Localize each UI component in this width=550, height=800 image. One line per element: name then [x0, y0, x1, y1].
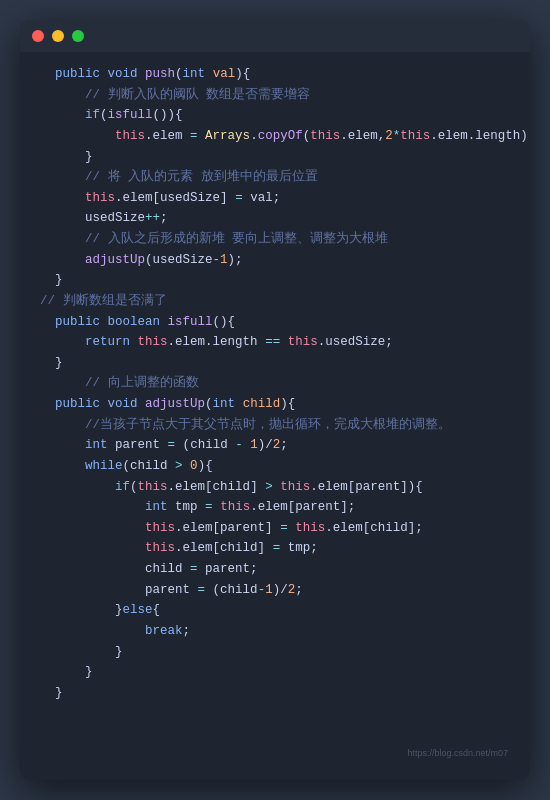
watermark: https://blog.csdn.net/m07 — [407, 748, 508, 758]
maximize-button[interactable] — [72, 30, 84, 42]
titlebar — [20, 20, 530, 52]
minimize-button[interactable] — [52, 30, 64, 42]
code-editor-window: public void push(int val){ // 判断入队的阈队 数组… — [20, 20, 530, 780]
close-button[interactable] — [32, 30, 44, 42]
code-content: public void push(int val){ // 判断入队的阈队 数组… — [20, 52, 530, 780]
